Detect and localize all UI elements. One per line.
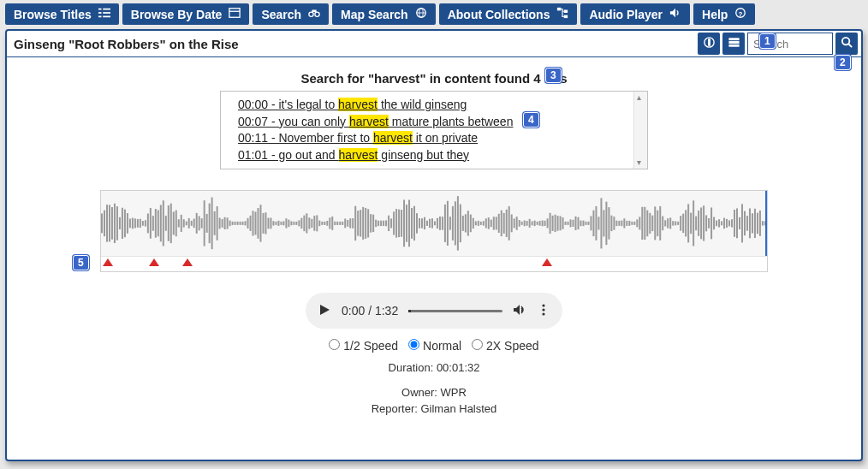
svg-rect-171 <box>467 211 469 236</box>
svg-point-290 <box>542 304 544 306</box>
svg-rect-216 <box>582 221 584 227</box>
svg-rect-250 <box>669 218 671 229</box>
scrollbar[interactable] <box>633 92 647 169</box>
svg-rect-134 <box>372 215 374 232</box>
nav-browse-titles[interactable]: Browse Titles <box>5 3 119 25</box>
svg-rect-263 <box>703 206 705 241</box>
info-button[interactable] <box>698 33 720 55</box>
svg-point-26 <box>841 38 848 45</box>
audio-controls: 0:00 / 1:32 <box>306 293 562 329</box>
speed-half[interactable]: 1/2 Speed <box>329 339 398 353</box>
svg-rect-76 <box>224 217 226 229</box>
svg-rect-211 <box>570 220 572 228</box>
svg-rect-182 <box>496 217 497 230</box>
svg-rect-236 <box>633 222 635 225</box>
svg-rect-138 <box>383 221 384 226</box>
hit-marker[interactable] <box>149 258 159 266</box>
svg-rect-152 <box>419 218 420 229</box>
svg-rect-79 <box>232 222 234 225</box>
svg-rect-276 <box>736 209 738 239</box>
svg-rect-178 <box>485 219 487 229</box>
svg-rect-247 <box>662 217 663 231</box>
svg-rect-81 <box>237 222 239 225</box>
svg-line-27 <box>848 44 852 47</box>
svg-rect-166 <box>455 202 456 246</box>
svg-rect-175 <box>478 221 479 226</box>
nav-map-search[interactable]: Map Search <box>332 3 436 25</box>
speed-normal[interactable]: Normal <box>408 339 461 353</box>
svg-rect-136 <box>378 221 379 226</box>
svg-rect-44 <box>142 221 144 226</box>
svg-rect-214 <box>578 217 580 229</box>
nav-label: About Collections <box>448 8 550 21</box>
svg-rect-232 <box>623 219 625 229</box>
svg-rect-70 <box>209 204 211 244</box>
svg-rect-120 <box>336 222 338 225</box>
hit-marker[interactable] <box>542 258 552 266</box>
top-nav: Browse Titles Browse By Date Search Map … <box>0 0 868 28</box>
svg-rect-264 <box>705 216 707 232</box>
owner-line: Owner: WPR <box>7 386 861 399</box>
svg-rect-195 <box>529 219 531 228</box>
svg-rect-159 <box>437 218 438 229</box>
svg-rect-210 <box>568 222 569 225</box>
play-button[interactable] <box>318 303 331 319</box>
svg-rect-56 <box>173 212 175 235</box>
svg-rect-112 <box>316 216 318 232</box>
search-hit[interactable]: 00:07 - you can only harvest mature plan… <box>238 114 647 131</box>
volume-button[interactable] <box>513 303 526 319</box>
svg-rect-65 <box>196 213 198 234</box>
svg-rect-72 <box>214 211 216 235</box>
hit-marker[interactable] <box>103 258 113 266</box>
binoculars-icon <box>308 7 320 21</box>
svg-rect-127 <box>354 206 356 240</box>
svg-rect-146 <box>403 200 405 247</box>
search-hit[interactable]: 00:00 - it's legal to harvest the wild g… <box>238 97 647 114</box>
callout-badge-4: 4 <box>523 112 539 128</box>
search-hit[interactable]: 00:11 - November first to harvest it on … <box>238 130 647 147</box>
svg-rect-206 <box>557 216 559 231</box>
svg-rect-172 <box>470 215 472 233</box>
svg-rect-67 <box>201 219 203 229</box>
svg-rect-170 <box>465 215 467 233</box>
nav-help[interactable]: Help ? <box>693 3 755 25</box>
duration-line: Duration: 00:01:32 <box>7 361 861 374</box>
waveform[interactable] <box>100 190 768 272</box>
nav-audio-player[interactable]: Audio Player <box>580 3 690 25</box>
seek-bar[interactable] <box>408 310 502 312</box>
svg-rect-84 <box>245 222 247 226</box>
svg-rect-189 <box>514 219 515 229</box>
nav-about-collections[interactable]: About Collections <box>439 3 578 25</box>
svg-marker-289 <box>514 305 520 315</box>
svg-rect-39 <box>129 219 131 229</box>
search-hit[interactable]: 01:01 - go out and harvest ginseng but t… <box>238 147 647 164</box>
svg-rect-253 <box>677 222 679 225</box>
menu-button[interactable] <box>722 33 745 55</box>
svg-rect-104 <box>295 222 297 225</box>
svg-rect-78 <box>229 221 231 227</box>
hit-marker[interactable] <box>182 258 193 266</box>
nav-label: Browse By Date <box>131 8 223 21</box>
svg-rect-82 <box>240 222 241 225</box>
svg-rect-87 <box>253 211 254 236</box>
nav-label: Search <box>261 8 301 21</box>
svg-rect-75 <box>222 219 223 228</box>
svg-rect-140 <box>388 216 389 231</box>
svg-rect-6 <box>229 9 240 18</box>
nav-browse-by-date[interactable]: Browse By Date <box>122 3 250 25</box>
svg-rect-149 <box>411 208 413 239</box>
more-button[interactable] <box>537 303 550 319</box>
help-icon: ? <box>734 7 746 21</box>
svg-point-9 <box>315 12 319 16</box>
svg-rect-50 <box>158 211 159 237</box>
content-search-button[interactable] <box>835 33 858 55</box>
svg-rect-207 <box>560 217 562 231</box>
nav-search[interactable]: Search <box>253 3 329 25</box>
panel-header: Ginseng "Root Robbers" on the Rise <box>7 31 861 57</box>
svg-rect-155 <box>426 221 428 226</box>
svg-rect-278 <box>741 205 743 243</box>
speed-double[interactable]: 2X Speed <box>472 339 538 353</box>
speed-selector: 1/2 Speed Normal 2X Speed <box>7 339 861 353</box>
svg-rect-59 <box>181 215 182 232</box>
svg-rect-228 <box>613 217 615 230</box>
